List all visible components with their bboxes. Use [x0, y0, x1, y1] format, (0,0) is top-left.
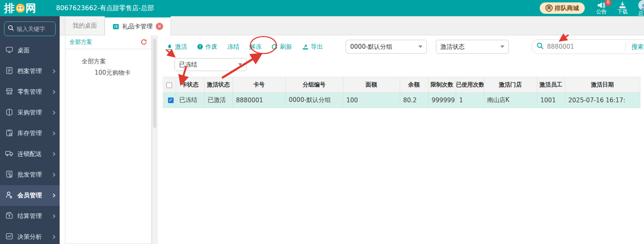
tab-bar: 我的桌面 礼品卡管理 ✕ — [60, 16, 644, 35]
download-button[interactable]: 下载 — [617, 2, 628, 15]
col-date[interactable]: 激活日期 — [565, 77, 640, 93]
table-row[interactable]: 已冻结 已激活 8880001 0000-默认分组 100 80.2 99999… — [163, 93, 640, 108]
close-tab-icon[interactable]: ✕ — [156, 23, 163, 30]
refresh-button[interactable]: 刷新 — [271, 43, 292, 51]
sidebar-item-label: 零售管理 — [17, 88, 42, 96]
pen-icon — [166, 43, 173, 50]
caret-down-icon — [238, 63, 242, 66]
sidebar-item-archives[interactable]: 档案管理 — [0, 61, 60, 82]
activation-status-select[interactable]: 激活状态 — [436, 40, 509, 54]
search-button[interactable]: 搜索 — [626, 43, 644, 51]
col-balance[interactable]: 余额 — [400, 77, 428, 93]
col-card-status[interactable]: 卡状态 — [176, 77, 204, 93]
shop-mall-label: 排队商城 — [555, 4, 579, 12]
tab-my-desktop[interactable]: 我的桌面 — [65, 16, 105, 35]
tree-item-100-yuan-card[interactable]: 100元购物卡 — [65, 67, 151, 78]
sidebar-item-settlement[interactable]: 结算管理 — [0, 206, 60, 227]
sidebar-item-label: 库存管理 — [17, 130, 42, 137]
freeze-button[interactable]: 冻结 — [227, 43, 239, 51]
shop-shield-icon: 商 — [545, 4, 553, 12]
chevron-right-icon — [52, 235, 56, 239]
sidebar-item-label: 档案管理 — [17, 67, 42, 75]
row-checkbox[interactable] — [168, 97, 174, 103]
truck-icon — [5, 149, 13, 159]
sidebar-search-input[interactable] — [17, 26, 53, 32]
cell-employee: 1001 — [537, 93, 565, 108]
sidebar-item-label: 决策分析 — [17, 233, 42, 241]
col-activation-status[interactable]: 激活状态 — [204, 77, 233, 93]
logo-text: 排 — [4, 1, 15, 15]
card-status-select[interactable]: 已冻结 — [174, 58, 247, 71]
sidebar-item-analysis[interactable]: 决策分析 — [0, 227, 60, 244]
chevron-right-icon — [52, 173, 56, 177]
tab-label: 我的桌面 — [73, 22, 97, 30]
chevron-right-icon — [52, 132, 56, 136]
group-select[interactable]: 0000-默认分组 — [346, 40, 427, 54]
sidebar-item-delivery[interactable]: 连锁配送 — [0, 144, 60, 164]
store-icon — [5, 87, 13, 97]
export-button[interactable]: 导出 — [302, 43, 323, 51]
col-face-value[interactable]: 面额 — [343, 77, 400, 93]
export-icon — [302, 43, 309, 50]
sidebar-search-box[interactable] — [4, 22, 56, 36]
unfreeze-button[interactable]: 解冻 — [249, 43, 261, 51]
logo-text: 网 — [26, 1, 37, 15]
desktop-icon — [5, 46, 13, 56]
cell-face-value: 100 — [343, 93, 400, 108]
cell-used-count: 1 — [456, 93, 484, 108]
download-label: 下载 — [617, 9, 628, 15]
chevron-right-icon — [52, 111, 56, 115]
cell-store: 南山店K — [484, 93, 537, 108]
account-label: 总部 — [638, 11, 644, 16]
card-search-input[interactable] — [547, 43, 608, 50]
notice-label: 公告 — [596, 9, 607, 15]
activation-status-value: 激活状态 — [440, 43, 465, 51]
select-all-checkbox[interactable] — [166, 82, 172, 88]
sidebar-item-desktop[interactable]: 桌面 — [0, 40, 60, 61]
col-group[interactable]: 分组编号 — [285, 77, 343, 93]
col-employee[interactable]: 激活员工 — [537, 77, 565, 93]
gift-card-main-panel: 激活 作废 冻结 解冻 刷新 — [157, 35, 644, 244]
sidebar-item-label: 桌面 — [17, 47, 30, 54]
tab-gift-card-management[interactable]: 礼品卡管理 ✕ — [105, 16, 171, 35]
sidebar-item-purchase[interactable]: 采购管理 — [0, 102, 60, 123]
tree-scrollbar[interactable] — [152, 35, 157, 244]
tree-item-all-schemes[interactable]: 全部方案 — [65, 56, 151, 67]
chevron-right-icon — [52, 214, 56, 218]
app-logo: 排 网 — [4, 1, 37, 15]
col-card-no[interactable]: 卡号 — [233, 77, 285, 93]
void-button[interactable]: 作废 — [197, 43, 218, 51]
card-search-box: 搜索 — [531, 39, 644, 54]
speaker-icon: 0 — [597, 2, 606, 9]
chart-icon — [5, 232, 13, 242]
cell-card-no: 8880001 — [233, 93, 285, 108]
avatar-icon — [638, 0, 644, 11]
account-button[interactable]: 总部 — [638, 0, 644, 16]
cell-limit-count: 999999 — [428, 93, 456, 108]
cell-activation-status: 已激活 — [204, 93, 233, 108]
sidebar-item-retail[interactable]: 零售管理 — [0, 82, 60, 102]
activate-button[interactable]: 激活 — [166, 43, 187, 51]
freeze-label: 冻结 — [227, 43, 239, 51]
cell-date: 2025-07-16 16:17: — [565, 93, 640, 108]
tree-panel-title: 全部方案 — [69, 39, 92, 46]
notice-button[interactable]: 0 公告 — [596, 2, 607, 15]
shop-mall-button[interactable]: 商 排队商城 — [540, 2, 585, 14]
card-status-value: 已冻结 — [179, 61, 197, 69]
col-store[interactable]: 激活门店 — [484, 77, 537, 93]
exclamation-icon — [197, 43, 203, 50]
col-used-count[interactable]: 已使用次数 — [456, 77, 484, 93]
sidebar-item-wholesale[interactable]: 批发管理 — [0, 164, 60, 185]
tree-refresh-icon[interactable] — [140, 39, 147, 45]
group-select-value: 0000-默认分组 — [350, 43, 392, 51]
col-limit-count[interactable]: 限制次数 — [428, 77, 456, 93]
refresh-icon — [271, 43, 278, 50]
sidebar-item-inventory[interactable]: 库存管理 — [0, 123, 60, 144]
refresh-label: 刷新 — [280, 43, 292, 51]
scrollbar-thumb[interactable] — [153, 39, 156, 128]
sidebar-item-members[interactable]: 会员管理 — [0, 185, 60, 206]
gift-card-table: 卡状态 激活状态 卡号 分组编号 面额 余额 限制次数 已使用次数 激活门店 激… — [163, 77, 640, 108]
ledger-icon — [5, 170, 13, 180]
sidebar-item-label: 连锁配送 — [17, 150, 42, 158]
chevron-right-icon — [52, 152, 56, 156]
